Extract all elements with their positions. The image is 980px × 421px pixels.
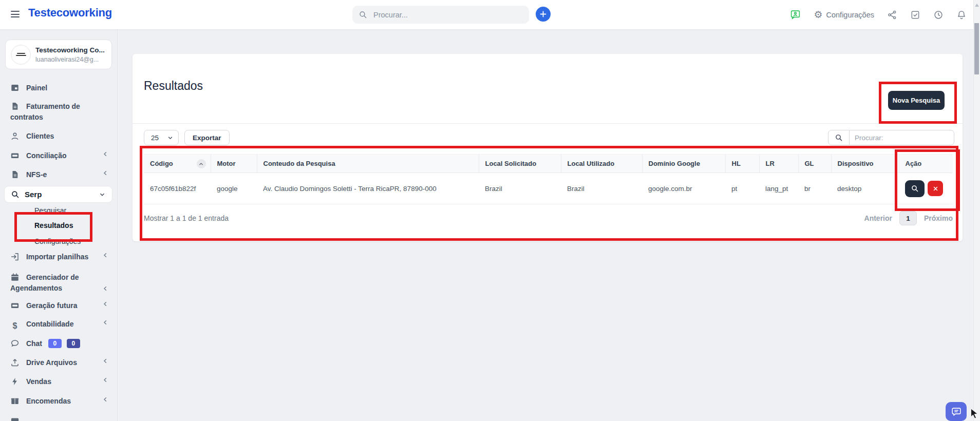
global-search-input[interactable] [372, 10, 523, 20]
card-icon [10, 151, 20, 160]
page-size-select[interactable]: 25 [144, 130, 179, 145]
sort-asc-icon[interactable] [197, 159, 206, 168]
check-square-icon[interactable] [910, 10, 920, 20]
sidebar-item-serp[interactable]: Serp [4, 186, 112, 203]
card-icon [10, 416, 20, 421]
plus-icon [539, 10, 548, 18]
col-dispositivo[interactable]: Dispositivo [831, 155, 899, 173]
col-conteudo[interactable]: Conteudo da Pesquisa [257, 155, 479, 173]
dashboard-icon [10, 83, 20, 92]
card-icon [10, 301, 20, 310]
pagination: Anterior 1 Próximo [864, 211, 953, 225]
sidebar-item-contabilidade[interactable]: $ Contabilidade [0, 319, 117, 331]
pagination-prev[interactable]: Anterior [864, 214, 892, 222]
file-icon [10, 170, 20, 179]
sidebar-subitem-pesquisar[interactable]: Pesquisar [0, 204, 117, 217]
sidebar-item-nfse[interactable]: NFS-e [0, 169, 117, 180]
feedback-icon[interactable] [790, 9, 801, 20]
table-row[interactable]: 67c05f61b822f google Av. Claudio Domingo… [144, 173, 953, 204]
invoice-icon [10, 102, 20, 111]
settings-label: Configurações [826, 11, 875, 19]
sidebar-item-importar[interactable]: Importar planilhas [0, 252, 117, 262]
cell-motor: google [211, 173, 257, 204]
pagination-next[interactable]: Próximo [924, 214, 953, 222]
table-search-button[interactable] [828, 130, 850, 145]
sidebar-item-label: Gerenciador de Agendamentos [10, 273, 79, 292]
sidebar-item-painel[interactable]: Painel [0, 83, 117, 93]
sidebar-item-faturamento[interactable]: Faturamento de contratos [0, 101, 117, 123]
chevron-left-icon [102, 319, 109, 326]
sidebar-item-label: Encomendas [26, 397, 71, 405]
cell-dispositivo: desktop [831, 173, 899, 204]
sidebar-subitem-configuracoes[interactable]: Configurações [0, 235, 117, 247]
col-motor[interactable]: Motor [211, 155, 257, 173]
search-icon [835, 133, 843, 142]
cell-codigo: 67c05f61b822f [144, 173, 211, 204]
page-scrollbar[interactable] [973, 0, 980, 421]
share-icon[interactable] [887, 10, 897, 20]
col-codigo[interactable]: Código [144, 155, 211, 173]
brand-logo[interactable]: Testecoworking [28, 6, 112, 20]
cell-gl: br [798, 173, 831, 204]
cell-local-solicitado: Brazil [479, 173, 561, 204]
divider [133, 123, 963, 124]
sidebar-item-conciliacao[interactable]: Conciliação [0, 150, 117, 161]
col-local-solicitado[interactable]: Local Solicitado [479, 155, 561, 173]
table-search-input[interactable] [850, 130, 954, 145]
cell-lr: lang_pt [759, 173, 798, 204]
sidebar-item-label: Vendas [26, 377, 51, 386]
workspace-card[interactable]: Testecoworking Co... luanaoliveirasi24@g… [5, 40, 112, 69]
chat-widget-button[interactable] [946, 402, 967, 421]
row-delete-button[interactable] [928, 181, 943, 196]
clients-icon [10, 131, 20, 141]
sidebar-item-partial[interactable] [0, 415, 117, 421]
col-dominio[interactable]: Domínio Google [642, 155, 725, 173]
lightning-icon [10, 377, 20, 386]
scrollbar-thumb[interactable] [974, 23, 979, 74]
cell-dominio: google.com.br [642, 173, 725, 204]
export-button[interactable]: Exportar [184, 130, 230, 145]
sidebar-item-vendas[interactable]: Vendas [0, 376, 117, 387]
chat-badge-total: 0 [67, 339, 80, 348]
sidebar-item-geracao[interactable]: Geração futura [0, 300, 117, 311]
add-button[interactable] [536, 7, 551, 22]
serp-search-icon [11, 190, 20, 199]
navbar-actions: ⚙ Configurações [790, 0, 967, 29]
cell-conteudo: Av. Claudio Domingos Soletti - Terra Ric… [257, 173, 479, 204]
chevron-left-icon [102, 285, 109, 292]
row-view-button[interactable] [905, 180, 925, 197]
global-search[interactable] [352, 6, 529, 24]
col-acao[interactable]: Ação [899, 155, 953, 173]
col-gl[interactable]: GL [798, 155, 831, 173]
hamburger-menu-icon[interactable] [11, 11, 20, 18]
chevron-left-icon [102, 252, 109, 259]
table-header-row: Código Motor Conteudo da Pesquisa Local … [144, 155, 953, 173]
top-navbar: Testecoworking ⚙ Configurações [0, 0, 980, 29]
cell-acao [899, 173, 953, 204]
pagination-page-1[interactable]: 1 [899, 211, 917, 225]
sidebar-item-chat[interactable]: Chat 0 0 [0, 338, 117, 349]
sidebar-item-gerenciador[interactable]: Gerenciador de Agendamentos [0, 272, 117, 294]
clock-icon[interactable] [933, 10, 944, 20]
sidebar-item-encomendas[interactable]: Encomendas [0, 396, 117, 407]
chevron-left-icon [102, 396, 109, 403]
chat-bubble-icon [10, 339, 20, 348]
col-hl[interactable]: HL [725, 155, 759, 173]
nova-pesquisa-button[interactable]: Nova Pesquisa [888, 91, 945, 110]
dollar-icon: $ [10, 321, 20, 331]
sidebar-item-label: Drive Arquivos [26, 358, 77, 367]
scrollbar-up-icon[interactable] [975, 4, 979, 7]
sidebar-item-clientes[interactable]: Clientes [0, 131, 117, 142]
sidebar-item-label: Chat [26, 339, 42, 348]
settings-menu[interactable]: ⚙ Configurações [814, 10, 874, 20]
col-lr[interactable]: LR [759, 155, 798, 173]
chevron-left-icon [102, 169, 109, 177]
chevron-left-icon [102, 300, 109, 308]
col-local-utilizado[interactable]: Local Utilizado [561, 155, 642, 173]
bell-icon[interactable] [956, 10, 967, 20]
sidebar-item-drive[interactable]: Drive Arquivos [0, 357, 117, 368]
sidebar-subitem-resultados[interactable]: Resultados [0, 219, 117, 232]
gear-icon: ⚙ [814, 10, 822, 20]
page-title: Resultados [144, 79, 203, 93]
chevron-left-icon [102, 357, 109, 365]
